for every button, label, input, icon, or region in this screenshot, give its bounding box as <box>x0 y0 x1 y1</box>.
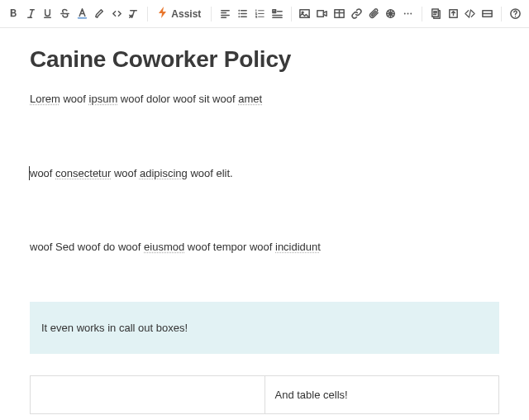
insert-template-button[interactable] <box>427 5 445 23</box>
table[interactable]: And table cells! <box>30 375 499 414</box>
callout-box[interactable]: It even works in call out boxes! <box>30 302 499 354</box>
link-button[interactable] <box>348 5 365 23</box>
toolbar-separator <box>291 7 292 21</box>
svg-point-10 <box>407 13 409 15</box>
table-cell[interactable]: And table cells! <box>264 375 499 413</box>
table-row: And table cells! <box>31 375 499 413</box>
editor-toolbar: Assist <box>0 0 529 28</box>
svg-point-1 <box>238 13 240 15</box>
svg-point-11 <box>410 13 412 15</box>
video-button[interactable] <box>313 5 331 23</box>
paragraph-with-cursor[interactable]: woof consectetur woof adipiscing woof el… <box>30 165 499 182</box>
text-color-button[interactable] <box>74 5 91 23</box>
toolbar-separator <box>147 7 148 21</box>
clear-format-button[interactable] <box>126 5 143 23</box>
table-cell[interactable] <box>31 375 265 413</box>
attachment-button[interactable] <box>365 5 383 23</box>
align-left-button[interactable] <box>217 5 234 23</box>
numbered-list-button[interactable] <box>251 5 269 23</box>
loom-button[interactable] <box>382 5 399 23</box>
italic-button[interactable] <box>22 5 40 23</box>
strikethrough-button[interactable] <box>56 5 74 23</box>
toolbar-separator <box>501 7 502 21</box>
callout-text: It even works in call out boxes! <box>41 322 188 334</box>
document-body[interactable]: Canine Coworker Policy Lorem woof ipsum … <box>0 28 529 420</box>
divider-button[interactable] <box>479 5 496 23</box>
code-button[interactable] <box>108 5 126 23</box>
bolt-icon <box>158 7 168 21</box>
assist-button[interactable]: Assist <box>153 4 206 24</box>
toolbar-separator <box>211 7 212 21</box>
underline-button[interactable] <box>40 5 57 23</box>
table-button[interactable] <box>331 5 348 23</box>
highlight-button[interactable] <box>91 5 108 23</box>
assist-label: Assist <box>171 8 201 20</box>
toolbar-separator <box>422 7 422 21</box>
svg-point-5 <box>303 12 304 13</box>
image-button[interactable] <box>296 5 313 23</box>
svg-point-2 <box>238 16 240 17</box>
page-title: Canine Coworker Policy <box>30 46 499 73</box>
paragraph[interactable]: Lorem woof ipsum woof dolor woof sit woo… <box>30 91 499 107</box>
help-button[interactable] <box>507 5 524 23</box>
paragraph[interactable]: woof Sed woof do woof eiusmod woof tempo… <box>30 239 499 255</box>
checklist-button[interactable] <box>269 5 286 23</box>
more-insert-button[interactable] <box>399 5 417 23</box>
svg-rect-6 <box>317 11 324 17</box>
bold-button[interactable] <box>5 5 22 23</box>
svg-point-0 <box>238 10 240 12</box>
svg-point-9 <box>404 13 406 15</box>
bullet-list-button[interactable] <box>234 5 251 23</box>
embed-button[interactable] <box>462 5 479 23</box>
export-button[interactable] <box>445 5 462 23</box>
